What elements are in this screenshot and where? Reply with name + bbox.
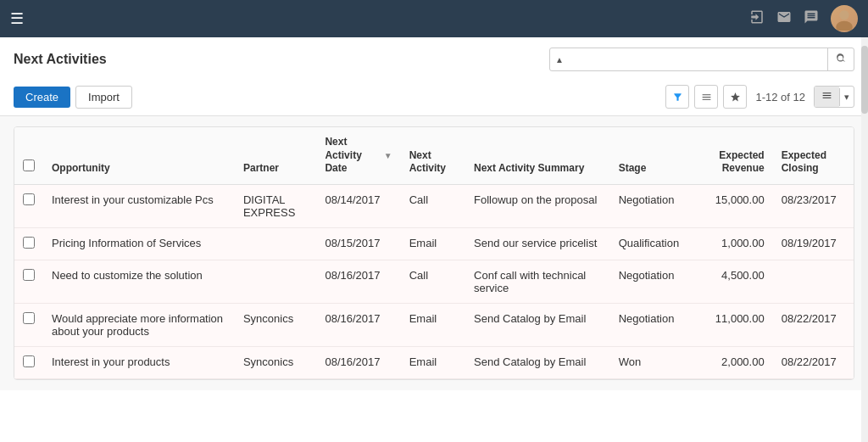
cell-activity-summary: Followup on the proposal bbox=[465, 184, 610, 227]
table-row[interactable]: Pricing Information of Services 08/15/20… bbox=[14, 227, 854, 260]
cell-closing: 08/22/2017 bbox=[773, 346, 854, 378]
action-right: 1-12 of 12 ▾ bbox=[665, 85, 854, 109]
cell-opportunity: Pricing Information of Services bbox=[43, 227, 235, 260]
search-dropdown-arrow[interactable]: ▲ bbox=[550, 55, 569, 64]
row-checkbox-cell bbox=[14, 260, 43, 303]
cell-opportunity: Interest in your customizable Pcs bbox=[43, 184, 235, 227]
mail-icon[interactable] bbox=[776, 9, 792, 29]
cell-activity-summary: Conf call with technical service bbox=[465, 260, 610, 303]
table-row[interactable]: Would appreciate more information about … bbox=[14, 303, 854, 346]
svg-point-1 bbox=[836, 21, 853, 31]
page-header: Next Activities ▲ Create Import bbox=[0, 37, 868, 116]
cell-partner: Synconics bbox=[235, 303, 317, 346]
header-opportunity: Opportunity bbox=[43, 127, 235, 184]
cell-closing: 08/23/2017 bbox=[773, 184, 854, 227]
header-partner: Partner bbox=[235, 127, 317, 184]
main-content: Opportunity Partner Next Activity Date ▼… bbox=[0, 116, 868, 390]
table-container: Opportunity Partner Next Activity Date ▼… bbox=[14, 126, 854, 380]
cell-activity-date: 08/14/2017 bbox=[316, 184, 400, 227]
row-checkbox-cell bbox=[14, 346, 43, 378]
cell-closing bbox=[773, 260, 854, 303]
header-activity-date[interactable]: Next Activity Date ▼ bbox=[316, 127, 400, 184]
scrollbar-thumb[interactable] bbox=[861, 46, 868, 114]
row-checkbox[interactable] bbox=[23, 355, 35, 367]
avatar-image bbox=[831, 5, 858, 32]
import-button[interactable]: Import bbox=[75, 86, 132, 109]
cell-stage: Qualification bbox=[610, 227, 688, 260]
row-checkbox[interactable] bbox=[23, 193, 35, 205]
top-bar-left: ☰ bbox=[10, 9, 24, 28]
cell-stage: Negotiation bbox=[610, 303, 688, 346]
table-body: Interest in your customizable Pcs DIGITA… bbox=[14, 184, 854, 378]
action-row: Create Import 1-1 bbox=[14, 78, 854, 115]
header-stage: Stage bbox=[610, 127, 688, 184]
table-row[interactable]: Interest in your products Synconics 08/1… bbox=[14, 346, 854, 378]
cell-activity: Email bbox=[401, 227, 465, 260]
header-checkbox-col bbox=[14, 127, 43, 184]
cell-activity: Call bbox=[401, 260, 465, 303]
hamburger-icon[interactable]: ☰ bbox=[10, 9, 24, 28]
filter-button[interactable] bbox=[665, 85, 689, 109]
chat-icon[interactable] bbox=[804, 9, 819, 29]
page-title: Next Activities bbox=[14, 52, 107, 67]
header-closing: Expected Closing bbox=[773, 127, 854, 184]
avatar[interactable] bbox=[831, 5, 858, 32]
list-view-button[interactable] bbox=[815, 87, 839, 107]
cell-closing: 08/22/2017 bbox=[773, 303, 854, 346]
select-all-checkbox[interactable] bbox=[23, 159, 35, 171]
header-activity-summary: Next Activity Summary bbox=[465, 127, 610, 184]
header-revenue: Expected Revenue bbox=[687, 127, 773, 184]
row-checkbox[interactable] bbox=[23, 312, 35, 324]
cell-partner bbox=[235, 227, 317, 260]
cell-partner: Synconics bbox=[235, 346, 317, 378]
cell-revenue: 4,500.00 bbox=[687, 260, 773, 303]
cell-activity-summary: Send our service pricelist bbox=[465, 227, 610, 260]
search-button[interactable] bbox=[827, 48, 854, 70]
scrollbar-track[interactable] bbox=[861, 37, 868, 442]
cell-opportunity: Need to customize the solution bbox=[43, 260, 235, 303]
table-header: Opportunity Partner Next Activity Date ▼… bbox=[14, 127, 854, 184]
top-bar: ☰ bbox=[0, 0, 868, 37]
row-checkbox-cell bbox=[14, 227, 43, 260]
action-left: Create Import bbox=[14, 86, 132, 109]
cell-activity: Email bbox=[401, 303, 465, 346]
filter-icons bbox=[665, 85, 747, 109]
row-checkbox[interactable] bbox=[23, 237, 35, 249]
cell-revenue: 2,000.00 bbox=[687, 346, 773, 378]
login-icon[interactable] bbox=[749, 9, 765, 29]
search-bar: ▲ bbox=[549, 48, 854, 71]
cell-revenue: 1,000.00 bbox=[687, 227, 773, 260]
data-table: Opportunity Partner Next Activity Date ▼… bbox=[14, 127, 854, 379]
pagination-info: 1-12 of 12 bbox=[755, 91, 805, 104]
cell-closing: 08/19/2017 bbox=[773, 227, 854, 260]
cell-activity-date: 08/16/2017 bbox=[316, 303, 400, 346]
cell-opportunity: Would appreciate more information about … bbox=[43, 303, 235, 346]
cell-stage: Won bbox=[610, 346, 688, 378]
cell-stage: Negotiation bbox=[610, 260, 688, 303]
list-options-button[interactable] bbox=[694, 85, 718, 109]
cell-stage: Negotiation bbox=[610, 184, 688, 227]
cell-opportunity: Interest in your products bbox=[43, 346, 235, 378]
cell-activity-date: 08/16/2017 bbox=[316, 346, 400, 378]
cell-revenue: 15,000.00 bbox=[687, 184, 773, 227]
favorites-button[interactable] bbox=[723, 85, 747, 109]
table-row[interactable]: Need to customize the solution 08/16/201… bbox=[14, 260, 854, 303]
cell-activity-summary: Send Catalog by Email bbox=[465, 346, 610, 378]
cell-partner bbox=[235, 260, 317, 303]
cell-activity-date: 08/16/2017 bbox=[316, 260, 400, 303]
sort-arrow-date: ▼ bbox=[384, 150, 392, 161]
create-button[interactable]: Create bbox=[14, 87, 70, 108]
cell-activity-date: 08/15/2017 bbox=[316, 227, 400, 260]
cell-activity: Call bbox=[401, 184, 465, 227]
cell-revenue: 11,000.00 bbox=[687, 303, 773, 346]
svg-point-0 bbox=[839, 10, 849, 20]
row-checkbox[interactable] bbox=[23, 269, 35, 281]
table-row[interactable]: Interest in your customizable Pcs DIGITA… bbox=[14, 184, 854, 227]
search-input[interactable] bbox=[569, 53, 827, 66]
cell-activity-summary: Send Catalog by Email bbox=[465, 303, 610, 346]
top-bar-right bbox=[749, 5, 858, 32]
header-activity: Next Activity bbox=[401, 127, 465, 184]
view-toggle: ▾ bbox=[814, 86, 854, 108]
view-dropdown-button[interactable]: ▾ bbox=[839, 88, 854, 106]
row-checkbox-cell bbox=[14, 184, 43, 227]
